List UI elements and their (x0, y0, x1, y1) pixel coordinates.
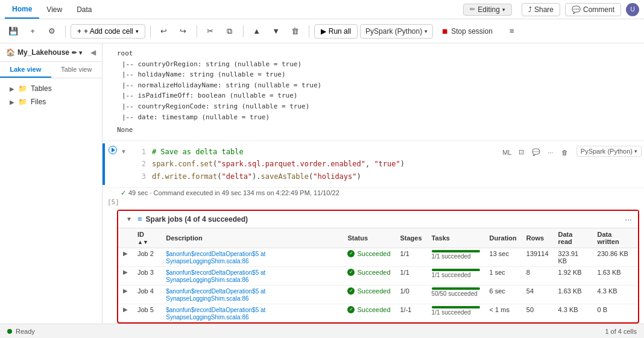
save-button[interactable]: 💾 (5, 23, 22, 40)
add-button[interactable]: + (24, 23, 41, 40)
schema-fields: |-- countryOrRegion: string (nullable = … (117, 59, 634, 123)
code-cell-5: ▼ 1# Save as delta table 2spark.conf.set… (103, 141, 644, 188)
share-icon: ⤴ (528, 5, 532, 14)
row-desc-1[interactable]: $anonfun$recordDeltaOperation$5 at Synap… (161, 266, 343, 285)
move-down-button[interactable]: ▼ (268, 23, 285, 40)
cell-format-button[interactable]: ⊡ (515, 146, 528, 159)
exec-text: 49 sec · Command executed in 49 sec 134 … (128, 189, 339, 196)
row-data-read-0: 323.91 KB (554, 248, 593, 266)
editing-badge[interactable]: ✏ Editing ▾ (463, 4, 512, 16)
content-area: root |-- countryOrRegion: string (nullab… (103, 43, 644, 324)
cut-button[interactable]: ✂ (202, 23, 219, 40)
code-lines: 1# Save as delta table 2spark.conf.set("… (131, 146, 493, 183)
redo-button[interactable]: ↪ (175, 23, 192, 40)
row-expand-2[interactable]: ▶ (118, 285, 133, 304)
row-stages-2: 1/0 (396, 285, 427, 304)
settings-button[interactable]: ⚙ (43, 23, 60, 40)
comment-button[interactable]: 💬 Comment (565, 3, 621, 16)
status-bar: Ready 1 of 4 cells (0, 324, 644, 338)
row-stages-3: 1/-1 (396, 304, 427, 322)
row-expand-3[interactable]: ▶ (118, 304, 133, 322)
more-options-button[interactable]: ≡ (504, 23, 520, 40)
cell-more-button[interactable]: ··· (544, 146, 557, 159)
cell-comment-button[interactable]: 💬 (529, 146, 543, 159)
tables-icon: 📁 (18, 84, 27, 93)
add-code-cell-button[interactable]: + + Add code cell ▾ (71, 24, 145, 39)
table-header-row: ID ▲▼ Description Status Stages Tasks Du… (118, 228, 638, 248)
chevron-down-icon: ▾ (502, 7, 505, 13)
table-view-tab[interactable]: Table view (51, 62, 103, 78)
cell-delete-button[interactable]: 🗑 (558, 146, 572, 159)
th-expand (118, 228, 133, 248)
top-right: ⤴ Share 💬 Comment U (522, 3, 639, 16)
th-rows: Rows (522, 228, 554, 248)
ready-label: Ready (16, 328, 35, 335)
status-indicator (7, 329, 12, 334)
toolbar: 💾 + ⚙ + + Add code cell ▾ ↩ ↪ ✂ ⧉ ▲ ▼ 🗑 … (0, 19, 644, 43)
run-icon: ▶ (321, 27, 326, 36)
files-label: Files (31, 98, 46, 106)
row-desc-3[interactable]: $anonfun$recordDeltaOperation$5 at Synap… (161, 304, 343, 322)
delete-button[interactable]: 🗑 (287, 23, 304, 40)
status-left: Ready (7, 328, 35, 335)
code-line-2: 2spark.conf.set("spark.sql.parquet.vorde… (131, 158, 493, 170)
move-up-button[interactable]: ▲ (248, 23, 265, 40)
cell-action-bar: ML ⊡ 💬 ··· 🗑 (498, 143, 574, 161)
row-expand-0[interactable]: ▶ (118, 248, 133, 266)
avatar[interactable]: U (626, 3, 639, 16)
copy-button[interactable]: ⧉ (221, 23, 238, 40)
run-all-label: Run all (329, 27, 351, 36)
row-duration-3: < 1 ms (485, 304, 522, 322)
run-all-button[interactable]: ▶ Run all (314, 24, 358, 39)
editing-label: Editing (478, 5, 500, 14)
row-status-1: ✓ Succeeded (343, 266, 395, 285)
run-cell-button[interactable] (109, 146, 117, 154)
cell-ml-button[interactable]: ML (500, 146, 514, 159)
table-row: ▶ Job 2 $anonfun$recordDeltaOperation$5 … (118, 248, 638, 266)
th-duration: Duration (485, 228, 522, 248)
undo-button[interactable]: ↩ (156, 23, 172, 40)
spark-jobs-table: ID ▲▼ Description Status Stages Tasks Du… (118, 228, 638, 322)
row-duration-1: 1 sec (485, 266, 522, 285)
tab-view[interactable]: View (39, 0, 69, 19)
chevron-down-icon[interactable]: ▾ (79, 49, 82, 56)
spark-jobs-more-button[interactable]: ··· (625, 214, 632, 224)
stop-session-button[interactable]: ⏹ Stop session (435, 25, 499, 38)
kernel-select[interactable]: PySpark (Python) ▾ (360, 24, 433, 39)
row-desc-0[interactable]: $anonfun$recordDeltaOperation$5 at Synap… (161, 248, 343, 266)
chevron-down-icon[interactable]: ▼ (121, 148, 127, 155)
none-output: None (117, 125, 634, 136)
spark-jobs-title: Spark jobs (4 of 4 succeeded) (146, 215, 248, 224)
add-icon: + (77, 27, 81, 36)
row-data-written-1: 1.63 KB (593, 266, 638, 285)
collapse-spark-jobs-button[interactable]: ▼ (124, 214, 134, 224)
row-rows-2: 54 (522, 285, 554, 304)
separator-5 (309, 25, 309, 37)
share-button[interactable]: ⤴ Share (522, 3, 560, 16)
add-code-label: + Add code cell (84, 27, 133, 36)
edit-icon[interactable]: ✏ (72, 49, 77, 56)
cell-number-5: [5] (103, 198, 644, 207)
sidebar-item-tables[interactable]: ▶ 📁 Tables (6, 82, 96, 95)
separator-3 (197, 25, 197, 37)
schema-field-4: |-- isPaidTimeOff: boolean (nullable = t… (122, 90, 634, 101)
share-label: Share (534, 5, 554, 14)
exec-info: ✓ 49 sec · Command executed in 49 sec 13… (103, 188, 644, 198)
row-expand-1[interactable]: ▶ (118, 266, 133, 285)
row-stages-0: 1/1 (396, 248, 427, 266)
spark-jobs-container: ▼ ≡ Spark jobs (4 of 4 succeeded) ··· ID… (117, 210, 639, 324)
lake-view-tab[interactable]: Lake view (0, 62, 51, 78)
tab-home[interactable]: Home (5, 0, 39, 19)
tab-data[interactable]: Data (69, 0, 99, 19)
collapse-sidebar-icon[interactable]: ◀ (90, 48, 96, 57)
schema-field-5: |-- countryRegionCode: string (nullable … (122, 101, 634, 112)
row-desc-2[interactable]: $anonfun$recordDeltaOperation$5 at Synap… (161, 285, 343, 304)
schema-output: root |-- countryOrRegion: string (nullab… (103, 43, 644, 141)
code-line-3: 3df.write.format("delta").saveAsTable("h… (131, 171, 493, 183)
sidebar-item-files[interactable]: ▶ 📁 Files (6, 95, 96, 108)
chevron-down-icon[interactable]: ▾ (634, 148, 637, 154)
row-status-2: ✓ Succeeded (343, 285, 395, 304)
th-tasks: Tasks (427, 228, 485, 248)
table-row: ▶ Job 3 $anonfun$recordDeltaOperation$5 … (118, 266, 638, 285)
row-data-written-3: 0 B (593, 304, 638, 322)
